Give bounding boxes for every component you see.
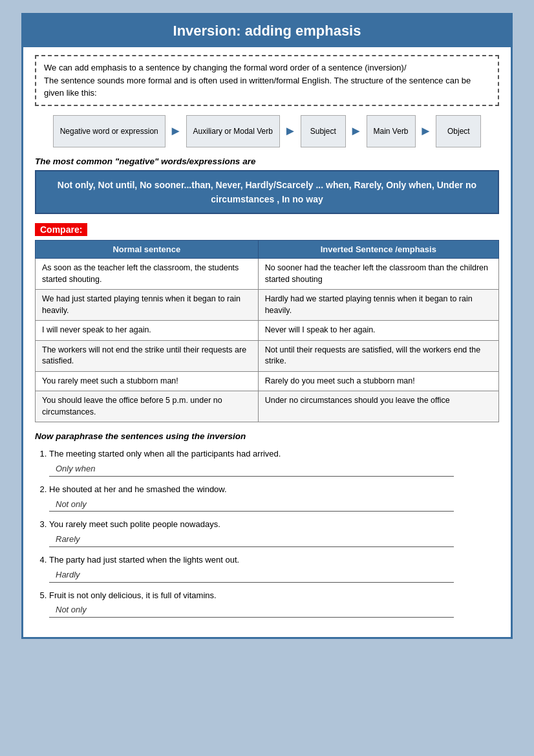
flow-box-2: Subject: [301, 115, 346, 147]
intro-box: We can add emphasis to a sentence by cha…: [35, 55, 499, 106]
normal-sentence-cell: As soon as the teacher left the classroo…: [36, 259, 259, 290]
exercise-answer: Only when: [49, 462, 454, 477]
exercise-sentence: The meeting started only when all the pa…: [49, 449, 281, 459]
exercise-item: He shouted at her and he smashed the win…: [49, 483, 499, 512]
flow-box-0: Negative word or expression: [53, 115, 166, 147]
exercise-item: Fruit is not only delicious, it is full …: [49, 589, 499, 618]
flow-arrow-3: ►: [350, 124, 363, 138]
inverted-sentence-cell: Not until their requests are satisfied, …: [258, 340, 498, 371]
exercise-answer: Rarely: [49, 533, 454, 547]
col-inverted: Inverted Sentence /emphasis: [258, 241, 498, 259]
exercise-section: Now paraphrase the sentences using the i…: [35, 431, 499, 618]
inverted-sentence-cell: Under no circumstances should you leave …: [258, 391, 498, 422]
compare-text: Compare:: [35, 223, 87, 236]
exercise-answer: Not only: [49, 498, 454, 512]
exercise-answer: Not only: [49, 603, 454, 618]
normal-sentence-cell: The workers will not end the strike unti…: [36, 340, 259, 371]
exercise-item: The meeting started only when all the pa…: [49, 448, 499, 477]
page-title: Inversion: adding emphasis: [23, 15, 511, 47]
table-row: The workers will not end the strike unti…: [36, 340, 499, 371]
flow-box-1: Auxiliary or Modal Verb: [186, 115, 280, 147]
normal-sentence-cell: You should leave the office before 5 p.m…: [36, 391, 259, 422]
exercise-heading: Now paraphrase the sentences using the i…: [35, 431, 499, 441]
table-row: We had just started playing tennis when …: [36, 290, 499, 321]
inverted-sentence-cell: Rarely do you meet such a stubborn man!: [258, 371, 498, 391]
compare-table: Normal sentence Inverted Sentence /empha…: [35, 240, 499, 422]
inverted-sentence-cell: Never will I speak to her again.: [258, 321, 498, 341]
flow-box-4: Object: [436, 115, 481, 147]
negative-words-box: Not only, Not until, No sooner...than, N…: [35, 170, 499, 215]
normal-sentence-cell: We had just started playing tennis when …: [36, 290, 259, 321]
normal-sentence-cell: I will never speak to her again.: [36, 321, 259, 341]
exercise-item: The party had just started when the ligh…: [49, 554, 499, 583]
inverted-sentence-cell: No sooner had the teacher left the class…: [258, 259, 498, 290]
col-normal: Normal sentence: [36, 241, 259, 259]
table-row: You should leave the office before 5 p.m…: [36, 391, 499, 422]
exercise-answer: Hardly: [49, 568, 454, 583]
exercise-sentence: He shouted at her and he smashed the win…: [49, 484, 227, 494]
flow-box-3: Main Verb: [367, 115, 416, 147]
exercise-list: The meeting started only when all the pa…: [35, 448, 499, 618]
normal-sentence-cell: You rarely meet such a stubborn man!: [36, 371, 259, 391]
table-row: I will never speak to her again.Never wi…: [36, 321, 499, 341]
exercise-sentence: You rarely meet such polite people nowad…: [49, 519, 220, 529]
most-common-heading: The most common "negative" words/express…: [35, 157, 499, 166]
exercise-sentence: The party had just started when the ligh…: [49, 555, 239, 565]
intro-line2: The sentence sounds more formal and is o…: [44, 76, 471, 98]
table-row: As soon as the teacher left the classroo…: [36, 259, 499, 290]
table-row: You rarely meet such a stubborn man!Rare…: [36, 371, 499, 391]
compare-label-container: Compare:: [35, 223, 499, 236]
flow-arrow-2: ►: [284, 124, 297, 138]
exercise-item: You rarely meet such polite people nowad…: [49, 518, 499, 547]
exercise-sentence: Fruit is not only delicious, it is full …: [49, 590, 217, 600]
page: Inversion: adding emphasis We can add em…: [21, 13, 513, 639]
flow-diagram: Negative word or expression ► Auxiliary …: [35, 115, 499, 147]
inverted-sentence-cell: Hardly had we started playing tennis whe…: [258, 290, 498, 321]
intro-line1: We can add emphasis to a sentence by cha…: [44, 63, 407, 72]
flow-arrow-4: ►: [420, 124, 433, 138]
flow-arrow-1: ►: [169, 124, 182, 138]
